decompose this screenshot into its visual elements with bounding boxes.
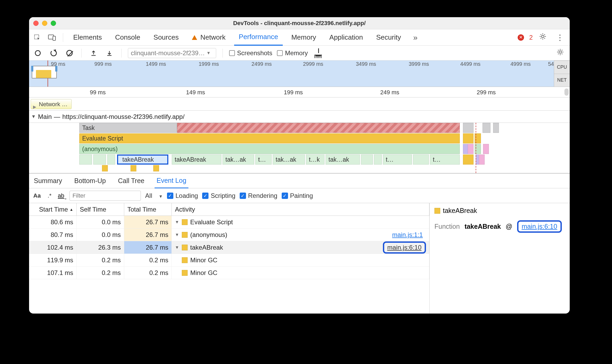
tab-performance[interactable]: Performance bbox=[234, 29, 283, 46]
col-self-time[interactable]: Self Time bbox=[77, 203, 124, 216]
tab-event-log[interactable]: Event Log bbox=[155, 174, 189, 188]
flame-block[interactable] bbox=[131, 165, 136, 171]
flame-block[interactable] bbox=[153, 165, 159, 171]
col-total-time[interactable]: Total Time bbox=[124, 203, 172, 216]
error-badge-icon[interactable]: ✕ bbox=[518, 34, 524, 41]
flame-block[interactable] bbox=[361, 155, 373, 165]
record-button[interactable] bbox=[32, 48, 43, 59]
error-count[interactable]: 2 bbox=[529, 34, 533, 41]
flame-block-selected[interactable]: takeABreak bbox=[117, 155, 168, 165]
tab-application[interactable]: Application bbox=[324, 29, 368, 46]
divider bbox=[121, 49, 122, 58]
table-header: Start Time▲ Self Time Total Time Activit… bbox=[29, 203, 429, 216]
selection-handle-left[interactable] bbox=[31, 66, 33, 72]
flame-block-call[interactable]: t… bbox=[383, 155, 412, 165]
flame-block[interactable] bbox=[374, 155, 382, 165]
scripting-swatch-icon bbox=[182, 219, 188, 225]
tab-network[interactable]: Network bbox=[187, 29, 230, 46]
flame-block-call[interactable]: t… bbox=[255, 155, 272, 165]
settings-gear-icon[interactable] bbox=[536, 33, 549, 42]
source-link-highlighted[interactable]: main.js:6:10 bbox=[383, 241, 426, 254]
main-url: https://clinquant-mousse-2f2396.netlify.… bbox=[62, 113, 185, 120]
flame-block-call[interactable]: tak…ak bbox=[273, 155, 305, 165]
disclosure-triangle-icon[interactable]: ▼ bbox=[175, 220, 179, 225]
flame-block-call[interactable]: tak…ak bbox=[326, 155, 360, 165]
flame-block[interactable] bbox=[468, 144, 474, 154]
flame-block[interactable] bbox=[463, 123, 474, 133]
reload-record-button[interactable] bbox=[48, 48, 59, 59]
flame-block[interactable] bbox=[493, 123, 499, 133]
clear-button[interactable] bbox=[64, 48, 75, 59]
flame-block-call[interactable]: takeABreak bbox=[172, 155, 221, 165]
device-toggle-icon[interactable] bbox=[47, 32, 58, 43]
details-source-link-highlighted[interactable]: main.js:6:10 bbox=[517, 220, 562, 233]
tab-bottom-up[interactable]: Bottom-Up bbox=[72, 174, 108, 188]
regex-toggle[interactable]: .* bbox=[47, 192, 53, 200]
profile-select[interactable]: clinquant-mousse-2f239… ▼ bbox=[128, 48, 216, 58]
tab-sources[interactable]: Sources bbox=[149, 29, 183, 46]
table-row[interactable]: 80.7 ms 0.0 ms 26.7 ms ▼ (anonymous) mai… bbox=[29, 228, 429, 241]
scripting-swatch-icon bbox=[182, 232, 188, 238]
source-link[interactable]: main.js:1:1 bbox=[392, 231, 426, 239]
scripting-swatch-icon bbox=[434, 208, 440, 214]
vertical-scrollbar[interactable] bbox=[564, 88, 569, 96]
timeline-overview[interactable]: 99 ms 999 ms 1499 ms 1999 ms 2499 ms 299… bbox=[29, 60, 570, 87]
table-row[interactable]: 80.6 ms 0.0 ms 26.7 ms ▼ Evaluate Script bbox=[29, 216, 429, 228]
selection-handle-right[interactable] bbox=[55, 66, 57, 72]
flame-block[interactable] bbox=[413, 155, 429, 165]
tab-memory[interactable]: Memory bbox=[286, 29, 321, 46]
table-row[interactable]: 107.1 ms 0.2 ms 0.2 ms Minor GC bbox=[29, 267, 429, 279]
filter-input[interactable] bbox=[69, 191, 141, 201]
tab-call-tree[interactable]: Call Tree bbox=[116, 174, 146, 188]
more-tabs-icon[interactable]: » bbox=[409, 33, 421, 42]
cat-rendering[interactable]: ✓Rendering bbox=[240, 192, 277, 199]
flame-block-call[interactable]: t… bbox=[430, 155, 460, 165]
match-whole-word-toggle[interactable]: ab bbox=[57, 192, 65, 200]
flame-chart[interactable]: Task Evaluate Script (anonymous) bbox=[29, 123, 570, 174]
tab-summary[interactable]: Summary bbox=[32, 174, 64, 188]
capture-settings-gear-icon[interactable] bbox=[554, 48, 567, 58]
flame-block-evaluate-script[interactable]: Evaluate Script bbox=[79, 133, 460, 143]
download-profile-icon[interactable] bbox=[104, 48, 115, 59]
disclosure-triangle-icon[interactable]: ▼ bbox=[175, 232, 179, 237]
flame-block-long-task[interactable] bbox=[177, 123, 460, 133]
table-row[interactable]: 119.9 ms 0.2 ms 0.2 ms Minor GC bbox=[29, 254, 429, 267]
cat-painting[interactable]: ✓Painting bbox=[282, 192, 313, 199]
cpu-label: CPU bbox=[554, 60, 570, 74]
tab-security[interactable]: Security bbox=[372, 29, 406, 46]
memory-toggle[interactable]: Memory bbox=[277, 49, 308, 57]
cat-loading[interactable]: ✓Loading bbox=[167, 192, 198, 199]
flame-block-anonymous[interactable]: (anonymous) bbox=[79, 144, 460, 154]
cursor-line bbox=[476, 123, 476, 173]
flame-block[interactable] bbox=[463, 155, 474, 165]
flame-block-call[interactable]: tak…ak bbox=[222, 155, 254, 165]
overview-selection[interactable] bbox=[32, 66, 57, 78]
flame-time-axis[interactable]: 99 ms 149 ms 199 ms 249 ms 299 ms bbox=[29, 87, 570, 97]
duration-select[interactable]: All bbox=[145, 192, 163, 199]
col-start-time[interactable]: Start Time▲ bbox=[29, 203, 77, 216]
screenshots-toggle[interactable]: Screenshots bbox=[229, 49, 272, 57]
cat-scripting[interactable]: ✓Scripting bbox=[202, 192, 235, 199]
kebab-menu-icon[interactable]: ⋮ bbox=[553, 33, 567, 42]
flame-block[interactable] bbox=[479, 155, 485, 165]
flame-block[interactable] bbox=[483, 123, 490, 133]
upload-profile-icon[interactable] bbox=[88, 48, 99, 59]
flame-block[interactable] bbox=[463, 133, 474, 143]
col-activity[interactable]: Activity bbox=[172, 203, 429, 216]
flame-block[interactable] bbox=[102, 165, 108, 171]
tab-elements[interactable]: Elements bbox=[68, 29, 106, 46]
network-track-toggle[interactable]: Network … bbox=[31, 99, 72, 109]
flame-block[interactable] bbox=[483, 144, 489, 154]
flame-block-task[interactable]: Task bbox=[79, 123, 177, 133]
flame-block[interactable] bbox=[79, 155, 92, 165]
inspect-icon[interactable] bbox=[32, 32, 43, 43]
table-row-selected[interactable]: 102.4 ms 26.3 ms 26.7 ms ▼ takeABreak ma… bbox=[29, 241, 429, 254]
case-sensitive-toggle[interactable]: Aa bbox=[32, 192, 42, 200]
gc-broom-icon[interactable] bbox=[313, 48, 324, 59]
tab-console[interactable]: Console bbox=[110, 29, 145, 46]
flame-block[interactable] bbox=[107, 155, 115, 165]
flame-block-call[interactable]: t…k bbox=[306, 155, 324, 165]
flame-block[interactable] bbox=[93, 155, 106, 165]
disclosure-triangle-icon[interactable]: ▼ bbox=[175, 245, 179, 250]
main-thread-header[interactable]: ▼ Main — https://clinquant-mousse-2f2396… bbox=[29, 111, 570, 123]
